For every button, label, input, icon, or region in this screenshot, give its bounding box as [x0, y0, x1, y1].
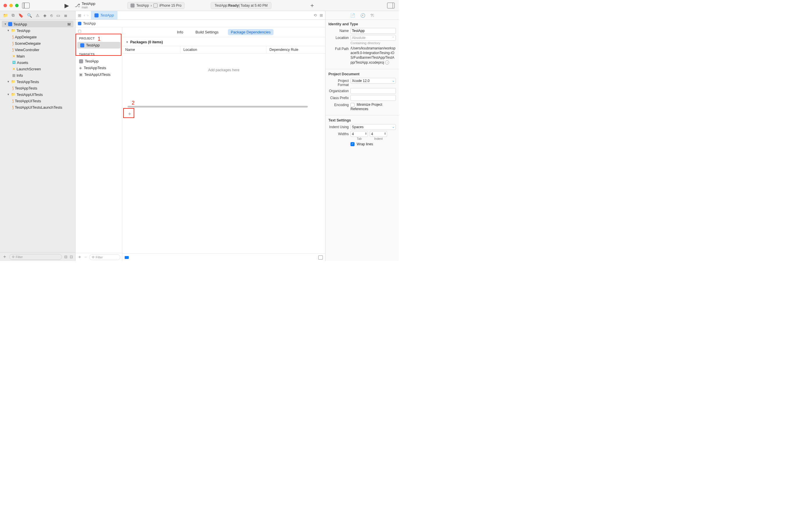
- toggle-inspector-button[interactable]: [387, 3, 395, 8]
- project-format-select[interactable]: Xcode 12.0⌄: [350, 78, 396, 84]
- name-label: Name: [328, 28, 350, 33]
- activity-status[interactable]: TestApp: Ready | Today at 5:40 PM: [211, 2, 271, 9]
- tab-package-dependencies[interactable]: Package Dependencies: [228, 29, 273, 35]
- project-icon: [78, 22, 81, 25]
- column-name[interactable]: Name: [122, 46, 181, 53]
- branch-indicator[interactable]: ⎇ TestApp main: [75, 2, 95, 9]
- navigator-filter-input[interactable]: ⊜ Filter: [9, 254, 62, 260]
- close-window-icon[interactable]: [3, 4, 7, 7]
- indent-using-select[interactable]: Spaces⌄: [350, 124, 396, 130]
- project-settings-tabs[interactable]: Info Build Settings Package Dependencies: [122, 27, 325, 37]
- project-navigator-icon[interactable]: 📁: [3, 13, 8, 18]
- wrap-lines-label: Wrap lines: [357, 142, 373, 146]
- source-control-navigator-icon[interactable]: ⧉: [12, 13, 15, 18]
- tab-width-stepper[interactable]: 4▴▾: [350, 131, 368, 137]
- file-row[interactable]: ⟆ViewController: [0, 46, 75, 53]
- test-navigator-icon[interactable]: ◈: [43, 13, 46, 18]
- file-row[interactable]: ⟆AppDelegate: [0, 34, 75, 40]
- minimize-references-label: Minimize Project References: [350, 103, 382, 111]
- report-navigator-icon[interactable]: ≣: [64, 13, 67, 18]
- organization-label: Organization: [328, 88, 350, 93]
- packages-header: Packages (0 items): [130, 40, 163, 44]
- targets-filter-input[interactable]: ⊜ Filter: [89, 254, 120, 260]
- add-target-button[interactable]: ＋: [77, 254, 82, 260]
- column-dependency-rule[interactable]: Dependency Rule: [266, 46, 325, 53]
- toggle-minimap-icon[interactable]: [318, 256, 323, 260]
- status-time: | Today at 5:40 PM: [239, 3, 268, 7]
- scm-filter-icon[interactable]: ⊡: [70, 255, 73, 259]
- project-navigator-tree[interactable]: ▼ TestApp M ▼📁TestApp ⟆AppDelegate ⟆Scen…: [0, 20, 75, 252]
- navigator-selector[interactable]: 📁 ⧉ 🔖 🔍 ⚠ ◈ ⎋ ▭ ≣: [0, 11, 75, 20]
- file-row[interactable]: ✕Main: [0, 53, 75, 59]
- reveal-in-finder-button[interactable]: →: [385, 60, 389, 64]
- chevron-down-icon[interactable]: ▼: [126, 41, 128, 44]
- file-row[interactable]: ⟆TestAppUITestsLaunchTests: [0, 104, 75, 111]
- file-row[interactable]: ⟆TestAppUITests: [0, 98, 75, 104]
- history-inspector-icon[interactable]: 🕘: [360, 13, 365, 18]
- file-row[interactable]: ▦Info: [0, 72, 75, 79]
- group-row[interactable]: ▼📁TestAppUITests: [0, 91, 75, 98]
- help-inspector-icon[interactable]: ?⃝: [370, 13, 374, 18]
- location-select[interactable]: Absolute⌃: [350, 35, 396, 41]
- file-row[interactable]: 🖼Assets: [0, 59, 75, 66]
- file-inspector-icon[interactable]: 📄: [350, 13, 355, 18]
- find-navigator-icon[interactable]: 🔍: [27, 13, 32, 18]
- toggle-navigator-button[interactable]: [22, 3, 29, 8]
- tab-build-settings[interactable]: Build Settings: [192, 29, 221, 35]
- hide-project-list-icon[interactable]: ▢: [78, 29, 81, 33]
- chevron-down-icon[interactable]: ▼: [4, 23, 7, 25]
- debug-navigator-icon[interactable]: ⎋: [50, 13, 53, 18]
- target-item[interactable]: ▣TestAppUITests: [76, 71, 121, 78]
- encoding-label: Encoding: [328, 102, 350, 107]
- plist-icon: ▦: [12, 73, 15, 77]
- ui-test-icon: ▣: [79, 73, 83, 77]
- file-row[interactable]: ⟆TestAppTests: [0, 85, 75, 91]
- inspector-tabs[interactable]: 📄 🕘 ?⃝: [325, 11, 399, 20]
- recent-filter-icon[interactable]: ⊟: [64, 255, 67, 259]
- organization-input[interactable]: [350, 88, 396, 94]
- editor-mode-indicator[interactable]: [125, 256, 129, 259]
- project-name: TestApp: [13, 22, 27, 26]
- add-file-button[interactable]: ＋: [2, 254, 7, 260]
- nav-forward-icon[interactable]: ›: [87, 13, 88, 17]
- nav-back-icon[interactable]: ‹: [84, 13, 85, 17]
- tab-info[interactable]: Info: [174, 29, 186, 35]
- target-item[interactable]: TestApp: [76, 58, 121, 64]
- targets-section-header: TARGETS: [76, 48, 121, 58]
- related-items-icon[interactable]: ⊞: [78, 13, 81, 18]
- group-row[interactable]: ▼📁TestAppTests: [0, 79, 75, 85]
- add-editor-button[interactable]: ＋: [309, 1, 315, 9]
- zoom-window-icon[interactable]: [15, 4, 19, 7]
- name-input[interactable]: [350, 28, 396, 34]
- horizontal-scrollbar[interactable]: [127, 106, 308, 107]
- group-row[interactable]: ▼📁TestApp: [0, 27, 75, 34]
- file-row[interactable]: ⟆SceneDelegate: [0, 40, 75, 46]
- breadcrumb-item[interactable]: TestApp: [83, 21, 96, 25]
- class-prefix-input[interactable]: [350, 95, 396, 101]
- scheme-name: TestApp: [82, 2, 95, 6]
- minimize-references-checkbox[interactable]: [350, 103, 354, 107]
- remove-target-button[interactable]: −: [84, 255, 87, 260]
- project-root-row[interactable]: ▼ TestApp M: [2, 21, 74, 27]
- jump-bar[interactable]: TestApp: [76, 20, 325, 27]
- widths-label: Widths: [328, 131, 350, 136]
- add-package-button[interactable]: ＋: [126, 110, 134, 117]
- issue-navigator-icon[interactable]: ⚠: [36, 13, 40, 18]
- refresh-icon[interactable]: ⟲: [313, 13, 317, 17]
- window-controls[interactable]: [3, 4, 19, 7]
- breakpoint-navigator-icon[interactable]: ▭: [56, 13, 60, 18]
- modified-badge: M: [67, 22, 70, 26]
- run-button[interactable]: ▶: [64, 2, 69, 9]
- indent-width-stepper[interactable]: 4▴▾: [370, 131, 387, 137]
- wrap-lines-checkbox[interactable]: [350, 142, 354, 146]
- scheme-device-selector[interactable]: TestApp › iPhone 15 Pro: [127, 2, 185, 9]
- target-item[interactable]: ◈TestAppTests: [76, 64, 121, 71]
- column-location[interactable]: Location: [181, 46, 266, 53]
- project-item[interactable]: TestApp: [77, 42, 120, 48]
- editor-tab[interactable]: TestApp: [91, 11, 117, 20]
- indent-sub-label: Indent: [370, 137, 387, 140]
- bookmark-navigator-icon[interactable]: 🔖: [18, 13, 23, 18]
- minimize-window-icon[interactable]: [9, 4, 13, 7]
- file-row[interactable]: ✕LaunchScreen: [0, 66, 75, 72]
- add-assistant-icon[interactable]: ⊞: [320, 13, 323, 17]
